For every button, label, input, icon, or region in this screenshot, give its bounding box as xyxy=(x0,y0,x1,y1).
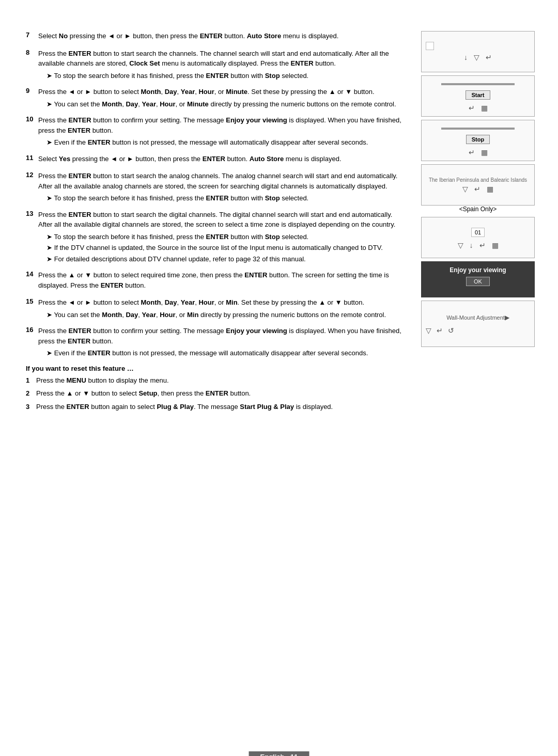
return-icon-7: ↺ xyxy=(448,326,454,335)
enter-icon-3: ↵ xyxy=(469,148,475,156)
step-content: Select No pressing the ◄ or ► button, th… xyxy=(38,31,406,43)
step-content: Press the ENTER button to start search t… xyxy=(38,210,406,265)
step-content: Press the ENTER button to confirm your s… xyxy=(38,326,406,359)
step-number: 9 xyxy=(26,87,35,110)
panel-4-wrapper: The Iberian Peninsula and Balearic Islan… xyxy=(421,164,535,214)
step-content: Press the ENTER button to start search t… xyxy=(38,171,406,204)
step-text: Press the ENTER button to start search t… xyxy=(38,49,406,69)
panel-2: Start ↵ ▦ xyxy=(421,75,535,117)
panel-5: 01 ▽ ↓ ↵ ▦ xyxy=(421,217,535,258)
panel-4-label: The Iberian Peninsula and Balearic Islan… xyxy=(429,177,527,183)
reset-item: 3Press the ENTER button again to select … xyxy=(26,402,406,412)
reset-item-num: 1 xyxy=(26,375,33,386)
step-content: Press the ENTER button to start search t… xyxy=(38,49,406,82)
bars-icon-5: ▦ xyxy=(492,241,499,249)
step-content: Press the ◄ or ► button to select Month,… xyxy=(38,297,406,321)
step-sub: For detailed descriptions about DTV chan… xyxy=(38,254,406,264)
enter-icon: ↵ xyxy=(486,53,492,61)
reset-item: 2Press the ▲ or ▼ button to select Setup… xyxy=(26,388,406,399)
step-text: Press the ▲ or ▼ button to select requir… xyxy=(38,270,406,290)
down-icon: ↓ xyxy=(464,53,468,61)
step-text: Press the ENTER button to start search t… xyxy=(38,210,406,230)
wall-label: Wall-Mount Adjustment xyxy=(446,314,505,321)
step-number: 10 xyxy=(26,115,35,149)
step-sub: Even if the ENTER button is not pressed,… xyxy=(38,137,406,148)
step-number: 11 xyxy=(26,154,35,166)
wall-row: Wall-Mount Adjustment ▶ xyxy=(446,313,509,322)
page-wrapper: 7Select No pressing the ◄ or ► button, t… xyxy=(10,15,548,756)
step-sub: You can set the Month, Day, Year, Hour, … xyxy=(38,310,406,320)
step-10: 10Press the ENTER button to confirm your… xyxy=(26,115,406,149)
step-7: 7Select No pressing the ◄ or ► button, t… xyxy=(26,31,406,43)
footer-label: English - 11 xyxy=(249,751,309,756)
wall-icons: ▽ ↵ ↺ xyxy=(426,326,530,335)
step-13: 13Press the ENTER button to start search… xyxy=(26,210,406,265)
step-15: 15Press the ◄ or ► button to select Mont… xyxy=(26,297,406,321)
step-text: Press the ◄ or ► button to select Month,… xyxy=(38,297,406,308)
step-text: Press the ENTER button to start search t… xyxy=(38,171,406,191)
step-12: 12Press the ENTER button to start search… xyxy=(26,171,406,204)
steps-container: 7Select No pressing the ◄ or ► button, t… xyxy=(26,31,406,359)
reset-section-title: If you want to reset this feature … xyxy=(26,365,406,372)
reset-item-num: 2 xyxy=(26,388,33,399)
ok-button: OK xyxy=(466,277,490,286)
step-content: Select Yes pressing the ◄ or ► button, t… xyxy=(38,154,406,166)
panel-7-wall: Wall-Mount Adjustment ▶ ▽ ↵ ↺ xyxy=(421,301,535,347)
reset-item-text: Press the ENTER button again to select P… xyxy=(36,402,333,412)
step-8: 8Press the ENTER button to start search … xyxy=(26,49,406,82)
step-sub: You can set the Month, Day, Year, Hour, … xyxy=(38,99,406,109)
step-text: Press the ENTER button to confirm your s… xyxy=(38,115,406,135)
panel-3-stop-btn: Stop xyxy=(466,135,490,144)
step-sub: Even if the ENTER button is not pressed,… xyxy=(38,348,406,358)
step-number: 8 xyxy=(26,49,35,82)
step-content: Press the ENTER button to confirm your s… xyxy=(38,115,406,149)
reset-item-text: Press the ▲ or ▼ button to select Setup,… xyxy=(36,388,251,399)
step-text: Select Yes pressing the ◄ or ► button, t… xyxy=(38,154,406,164)
reset-item-num: 3 xyxy=(26,402,33,412)
enter-icon-4: ↵ xyxy=(474,185,481,193)
panel-2-icons: ↵ ▦ xyxy=(426,104,530,112)
step-text: Press the ENTER button to confirm your s… xyxy=(38,326,406,346)
step-text: Press the ◄ or ► button to select Month,… xyxy=(38,87,406,97)
tri-icon: ▽ xyxy=(474,53,479,61)
step-sub: To stop the search before it has finishe… xyxy=(38,232,406,242)
enter-icon-5: ↵ xyxy=(479,241,486,249)
right-column: ↓ ▽ ↵ Start ↵ ▦ Stop ↵ ▦ The xyxy=(421,31,535,746)
panel-1-icons: ↓ ▽ ↵ xyxy=(426,53,530,61)
step-sub: If the DTV channel is updated, the Sourc… xyxy=(38,243,406,253)
panel-2-bar xyxy=(441,83,514,85)
panel-4: The Iberian Peninsula and Balearic Islan… xyxy=(421,164,535,206)
bars-icon-4: ▦ xyxy=(487,185,493,193)
panel-1: ↓ ▽ ↵ xyxy=(421,31,535,72)
reset-list: 1Press the MENU button to display the me… xyxy=(26,375,406,412)
tri-icon-7: ▽ xyxy=(426,326,431,335)
bars-icon-2: ▦ xyxy=(481,104,488,112)
enter-icon-2: ↵ xyxy=(469,104,475,112)
step-number: 16 xyxy=(26,326,35,359)
panel-5-icons: ▽ ↓ ↵ ▦ xyxy=(426,241,530,249)
reset-item-text: Press the MENU button to display the men… xyxy=(36,375,169,386)
reset-item: 1Press the MENU button to display the me… xyxy=(26,375,406,386)
arrow-right-icon: ▶ xyxy=(505,314,509,321)
step-content: Press the ◄ or ► button to select Month,… xyxy=(38,87,406,110)
step-sub: To stop the search before it has finishe… xyxy=(38,71,406,81)
enter-icon-7: ↵ xyxy=(437,326,443,335)
enjoy-text: Enjoy your viewing xyxy=(450,266,506,274)
step-16: 16Press the ENTER button to confirm your… xyxy=(26,326,406,359)
step-9: 9Press the ◄ or ► button to select Month… xyxy=(26,87,406,110)
panel-1-box xyxy=(426,42,434,50)
left-column: 7Select No pressing the ◄ or ► button, t… xyxy=(26,31,411,746)
tri-icon-4: ▽ xyxy=(462,185,468,193)
step-sub: To stop the search before it has finishe… xyxy=(38,193,406,203)
panel-6-enjoy: Enjoy your viewing OK xyxy=(421,261,535,297)
panel-4-icons: ▽ ↵ ▦ xyxy=(426,185,530,193)
bars-icon-3: ▦ xyxy=(481,148,488,156)
step-number: 13 xyxy=(26,210,35,265)
step-number: 14 xyxy=(26,270,35,292)
step-text: Select No pressing the ◄ or ► button, th… xyxy=(38,31,406,41)
panel-3: Stop ↵ ▦ xyxy=(421,120,535,161)
panel-3-bar xyxy=(441,128,514,130)
step-number: 7 xyxy=(26,31,35,43)
panel-3-icons: ↵ ▦ xyxy=(426,148,530,156)
spain-only-label: <Spain Only> xyxy=(421,206,535,214)
